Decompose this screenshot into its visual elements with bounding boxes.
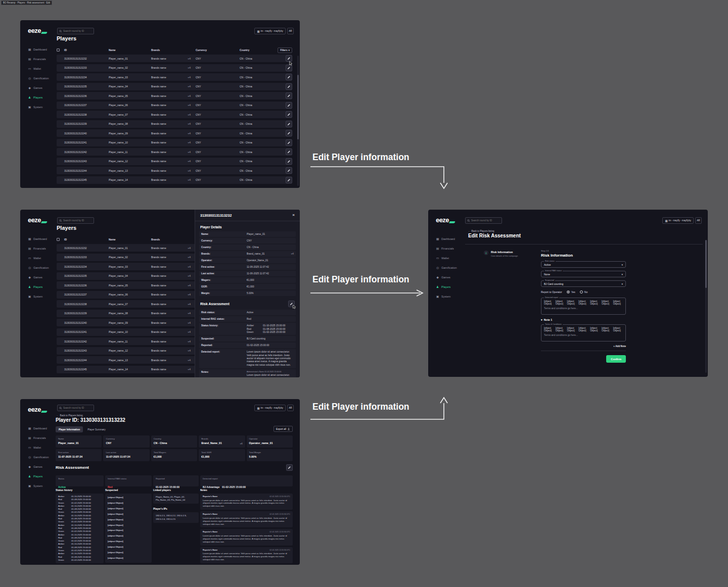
cell-currency: CNY: [196, 113, 240, 116]
editor-tool-icon[interactable]: [object Object]: [602, 327, 611, 332]
players-ips-value: 192.0.2.1, 192.0.2.2, 192.0.2.3, 192.0.2…: [153, 512, 199, 522]
editor-tool-icon[interactable]: [object Object]: [613, 327, 623, 332]
scrollbar[interactable]: [297, 56, 299, 186]
table-row[interactable]: 3130303131313235 Player_name_04 Brands n…: [57, 83, 292, 90]
edit-player-button[interactable]: [286, 74, 292, 80]
tab[interactable]: Player Summary: [84, 426, 108, 432]
suspected-item: [object Object]: [108, 495, 149, 501]
terms-conditions-editor[interactable]: Terms & Conditions [object Object][objec…: [541, 324, 626, 341]
table-row[interactable]: 3130303131313239 Player_name_08 Brands n…: [57, 120, 292, 128]
editor-tool-icon[interactable]: [object Object]: [578, 327, 588, 332]
add-note-button[interactable]: + Add Note: [541, 345, 626, 348]
table-row[interactable]: 3130303131313244 Player_name_13 Brands n…: [57, 167, 292, 174]
grid-icon: ▦: [665, 219, 667, 222]
language-button[interactable]: AR: [695, 217, 702, 224]
flow-label-1: Edit Player information: [312, 152, 410, 163]
table-row[interactable]: 3130303131313242 Player_name_11 Brands n…: [57, 148, 292, 156]
table-row[interactable]: 3130303131313234 Player_name_03 Brands n…: [57, 73, 292, 81]
edit-player-button[interactable]: [286, 92, 292, 99]
edit-player-button[interactable]: [286, 139, 292, 146]
suspected-item: [object Object]: [108, 512, 149, 517]
editor-tool-icon[interactable]: [object Object]: [590, 327, 600, 332]
table-row[interactable]: 3130303131313238 Player_name_07 Brands n…: [57, 111, 292, 118]
editor-tool-icon[interactable]: [object Object]: [567, 327, 577, 332]
export-all-button[interactable]: Export all: [274, 426, 293, 432]
edit-player-button[interactable]: [286, 83, 292, 90]
editor-tool-icon[interactable]: [object Object]: [602, 300, 611, 305]
select-all-checkbox[interactable]: [57, 48, 60, 52]
sidebar-item-label: Games: [441, 276, 450, 279]
search-input[interactable]: [471, 219, 500, 222]
edit-player-button[interactable]: [286, 149, 292, 155]
table-row[interactable]: 3130303131313241 Player_name_10 Brands n…: [57, 139, 292, 146]
nav-icon: ◆: [28, 465, 31, 468]
table-row[interactable]: 3130303131313232 Player_name_01 Brands n…: [57, 55, 292, 62]
cell-name: Player_name_02: [109, 256, 151, 259]
editor-tool-icon[interactable]: [object Object]: [613, 300, 623, 305]
edit-player-button[interactable]: [286, 158, 292, 165]
pencil-icon: [287, 57, 291, 60]
table-row[interactable]: 3130303131313243 Player_name_12 Brands n…: [57, 158, 292, 165]
risk-form: Step 1/1 Risk Information Risk status Ac…: [541, 250, 626, 363]
suspected-select[interactable]: Suspected BJ Card counting ▾: [541, 280, 626, 287]
language-button[interactable]: AR: [287, 28, 294, 34]
table-row[interactable]: 3130303131313240 Player_name_09 Brands n…: [57, 129, 292, 137]
search-input[interactable]: [63, 407, 92, 409]
edit-risk-button[interactable]: [286, 464, 293, 471]
edit-risk-button[interactable]: [288, 301, 295, 307]
editor-tool-icon[interactable]: [object Object]: [556, 327, 565, 332]
editor-tool-icon[interactable]: [object Object]: [567, 300, 577, 305]
search-input[interactable]: [63, 219, 92, 222]
note-card: Reporter's Name 02-02-2025 12:20:30 UTC …: [200, 511, 293, 527]
language-button[interactable]: AR: [287, 405, 294, 411]
flow-label-2: Edit Player information: [312, 274, 410, 285]
scrollbar[interactable]: [705, 240, 707, 373]
edit-player-button[interactable]: [286, 111, 292, 118]
player-details-panel: 3130303131313232 × Player Details Name: …: [195, 210, 300, 377]
editor-tool-icon[interactable]: [object Object]: [544, 300, 554, 305]
table-row[interactable]: 3130303131313237 Player_name_06 Brands n…: [57, 102, 292, 109]
close-icon[interactable]: ×: [292, 213, 295, 217]
table-row[interactable]: 3130303131313245 Player_name_14 Brands n…: [57, 176, 292, 184]
confirm-button[interactable]: Confirm: [606, 355, 626, 363]
account-switcher[interactable]: ▦im - mayfly - mayflyby: [254, 28, 286, 34]
risk-status-select[interactable]: Risk status Active ▾: [541, 261, 626, 268]
search-input[interactable]: [63, 30, 92, 32]
nav-icon: ▦: [28, 237, 31, 240]
internal-rag-select[interactable]: Internal RAG status None ▾: [541, 271, 626, 277]
editor-tool-icon[interactable]: [object Object]: [590, 300, 600, 305]
back-link[interactable]: ←Back to Players listing: [468, 230, 494, 232]
edit-player-button[interactable]: [286, 130, 292, 136]
select-all-checkbox[interactable]: [57, 238, 60, 241]
table-row[interactable]: 3130303131313236 Player_name_05 Brands n…: [57, 92, 292, 100]
detected-report-editor[interactable]: Detected report [object Object][object O…: [541, 298, 626, 315]
edit-player-button[interactable]: [286, 177, 292, 183]
cell-brands-extra: +4: [183, 151, 196, 154]
account-switcher[interactable]: ▦im - mayfly - mayflyby: [254, 405, 286, 411]
editor-tool-icon[interactable]: [object Object]: [544, 327, 554, 332]
edit-player-button[interactable]: [286, 121, 292, 127]
edit-player-button[interactable]: [286, 167, 292, 174]
logo-swoosh-icon: [41, 411, 48, 413]
filters-button[interactable]: Filters▾: [278, 47, 292, 53]
details-section-title: Player Details: [200, 225, 295, 229]
note-1-toggle[interactable]: ▾ Note 1: [541, 318, 626, 321]
risk-section-title: Risk Assessment: [200, 302, 230, 306]
step-count: Step 1/1: [541, 250, 626, 252]
search-icon: [59, 219, 62, 222]
back-link[interactable]: ←Back to Players listing: [57, 414, 83, 417]
risk-summary-card: Reported 01-02-2025 15:00:00: [153, 475, 199, 486]
edit-player-button[interactable]: [286, 102, 292, 109]
tab[interactable]: Player Information: [56, 426, 83, 432]
editor-tool-icon[interactable]: [object Object]: [556, 300, 565, 305]
account-switcher[interactable]: ▦im - mayfly - mayflyby: [662, 217, 694, 224]
nav-icon: ◎: [28, 76, 31, 80]
editor-tool-icon[interactable]: [object Object]: [578, 300, 588, 305]
radio-no[interactable]: No: [580, 290, 587, 294]
cell-name: Player_name_08: [109, 312, 151, 315]
table-row[interactable]: 3130303131313233 Player_name_02 Brands n…: [57, 64, 292, 72]
nav-icon: ▤: [28, 436, 31, 439]
chevron-down-icon: ▾: [621, 273, 623, 276]
cell-country: CN - China: [240, 151, 276, 154]
radio-yes[interactable]: Yes: [567, 290, 575, 294]
